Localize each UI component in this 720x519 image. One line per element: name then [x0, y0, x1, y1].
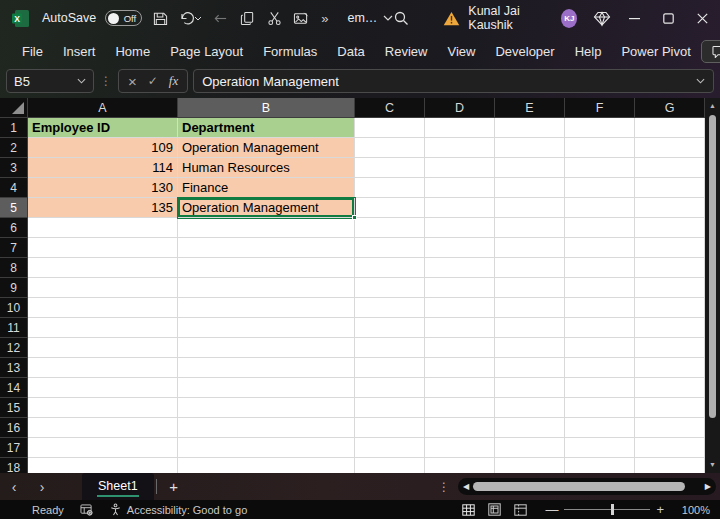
- row-header-4[interactable]: 4: [0, 178, 28, 198]
- cell-E5[interactable]: [495, 198, 565, 218]
- cell-B2[interactable]: Operation Management: [178, 138, 355, 158]
- cell-E15[interactable]: [495, 398, 565, 418]
- cell-A6[interactable]: [28, 218, 178, 238]
- comments-button[interactable]: [701, 40, 720, 63]
- cell-B14[interactable]: [178, 378, 355, 398]
- column-header-C[interactable]: C: [355, 98, 425, 118]
- enter-icon[interactable]: ✓: [148, 75, 158, 87]
- cell-F3[interactable]: [565, 158, 635, 178]
- row-header-10[interactable]: 10: [0, 298, 28, 318]
- cell-G11[interactable]: [635, 318, 705, 338]
- vertical-scrollbar-thumb[interactable]: [709, 115, 716, 418]
- cell-E10[interactable]: [495, 298, 565, 318]
- cell-G3[interactable]: [635, 158, 705, 178]
- cell-A11[interactable]: [28, 318, 178, 338]
- row-header-18[interactable]: 18: [0, 458, 28, 473]
- page-break-preview-button[interactable]: [507, 504, 533, 516]
- cell-G2[interactable]: [635, 138, 705, 158]
- cell-F11[interactable]: [565, 318, 635, 338]
- cell-G8[interactable]: [635, 258, 705, 278]
- cell-D17[interactable]: [425, 438, 495, 458]
- cell-G15[interactable]: [635, 398, 705, 418]
- cell-B16[interactable]: [178, 418, 355, 438]
- macro-record-icon[interactable]: [80, 504, 93, 516]
- cell-F2[interactable]: [565, 138, 635, 158]
- user-name[interactable]: Kunal Jai Kaushik: [468, 4, 553, 32]
- cell-C12[interactable]: [355, 338, 425, 358]
- formula-input[interactable]: Operation Management: [193, 69, 714, 93]
- zoom-in-icon[interactable]: +: [656, 502, 664, 517]
- cell-F15[interactable]: [565, 398, 635, 418]
- column-header-D[interactable]: D: [425, 98, 495, 118]
- menu-tab-insert[interactable]: Insert: [53, 44, 106, 59]
- accessibility-icon[interactable]: [109, 503, 122, 516]
- cell-E17[interactable]: [495, 438, 565, 458]
- column-header-B[interactable]: B: [178, 98, 355, 118]
- cell-F10[interactable]: [565, 298, 635, 318]
- row-header-2[interactable]: 2: [0, 138, 28, 158]
- cell-G6[interactable]: [635, 218, 705, 238]
- diamond-icon[interactable]: [593, 10, 611, 27]
- cell-B7[interactable]: [178, 238, 355, 258]
- cell-D13[interactable]: [425, 358, 495, 378]
- cell-F9[interactable]: [565, 278, 635, 298]
- cell-E7[interactable]: [495, 238, 565, 258]
- menu-tab-file[interactable]: File: [12, 44, 53, 59]
- cell-F4[interactable]: [565, 178, 635, 198]
- cell-B12[interactable]: [178, 338, 355, 358]
- cell-D5[interactable]: [425, 198, 495, 218]
- cell-E13[interactable]: [495, 358, 565, 378]
- cell-C18[interactable]: [355, 458, 425, 473]
- cell-C16[interactable]: [355, 418, 425, 438]
- cell-D4[interactable]: [425, 178, 495, 198]
- cell-A9[interactable]: [28, 278, 178, 298]
- row-header-7[interactable]: 7: [0, 238, 28, 258]
- maximize-button[interactable]: [652, 0, 686, 36]
- cell-C14[interactable]: [355, 378, 425, 398]
- cell-E11[interactable]: [495, 318, 565, 338]
- previous-sheet-icon[interactable]: ‹: [0, 479, 28, 495]
- cell-C15[interactable]: [355, 398, 425, 418]
- cell-G1[interactable]: [635, 118, 705, 138]
- cell-C3[interactable]: [355, 158, 425, 178]
- search-icon[interactable]: [393, 10, 409, 26]
- horizontal-scrollbar[interactable]: ◀ ▶: [458, 478, 716, 495]
- row-header-11[interactable]: 11: [0, 318, 28, 338]
- menu-tab-page-layout[interactable]: Page Layout: [160, 44, 253, 59]
- cell-B8[interactable]: [178, 258, 355, 278]
- scroll-up-icon[interactable]: ▲: [705, 98, 720, 112]
- cell-G5[interactable]: [635, 198, 705, 218]
- cell-D9[interactable]: [425, 278, 495, 298]
- menu-tab-formulas[interactable]: Formulas: [253, 44, 327, 59]
- cell-A13[interactable]: [28, 358, 178, 378]
- cell-G13[interactable]: [635, 358, 705, 378]
- cell-A10[interactable]: [28, 298, 178, 318]
- horizontal-scrollbar-thumb[interactable]: [473, 482, 685, 491]
- cell-C8[interactable]: [355, 258, 425, 278]
- cell-D14[interactable]: [425, 378, 495, 398]
- cell-A1[interactable]: Employee ID: [28, 118, 178, 138]
- cell-B4[interactable]: Finance: [178, 178, 355, 198]
- cell-F8[interactable]: [565, 258, 635, 278]
- cell-G18[interactable]: [635, 458, 705, 473]
- cell-G10[interactable]: [635, 298, 705, 318]
- cell-F14[interactable]: [565, 378, 635, 398]
- cell-F7[interactable]: [565, 238, 635, 258]
- cell-E1[interactable]: [495, 118, 565, 138]
- row-header-8[interactable]: 8: [0, 258, 28, 278]
- more-commands-icon[interactable]: »: [319, 11, 330, 26]
- row-header-9[interactable]: 9: [0, 278, 28, 298]
- menu-tab-developer[interactable]: Developer: [485, 44, 564, 59]
- autosave-toggle[interactable]: Off: [105, 10, 142, 26]
- cell-F1[interactable]: [565, 118, 635, 138]
- user-avatar[interactable]: KJ: [561, 9, 577, 28]
- cell-E12[interactable]: [495, 338, 565, 358]
- column-header-F[interactable]: F: [565, 98, 635, 118]
- menu-tab-data[interactable]: Data: [327, 44, 374, 59]
- cell-C1[interactable]: [355, 118, 425, 138]
- cell-C2[interactable]: [355, 138, 425, 158]
- cell-E14[interactable]: [495, 378, 565, 398]
- cell-A17[interactable]: [28, 438, 178, 458]
- menu-tab-power-pivot[interactable]: Power Pivot: [611, 44, 700, 59]
- tab-splitter-handle[interactable]: ⋮: [430, 480, 458, 494]
